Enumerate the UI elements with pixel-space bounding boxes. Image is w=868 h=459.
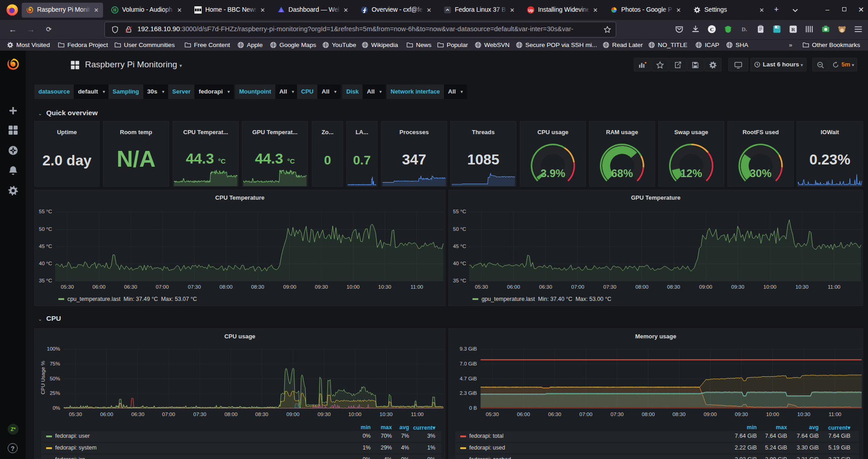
- svg-text:C: C: [710, 27, 713, 32]
- svg-text:Up: Up: [528, 8, 533, 13]
- svg-text:D.: D.: [742, 26, 747, 33]
- svg-text:R: R: [791, 27, 795, 32]
